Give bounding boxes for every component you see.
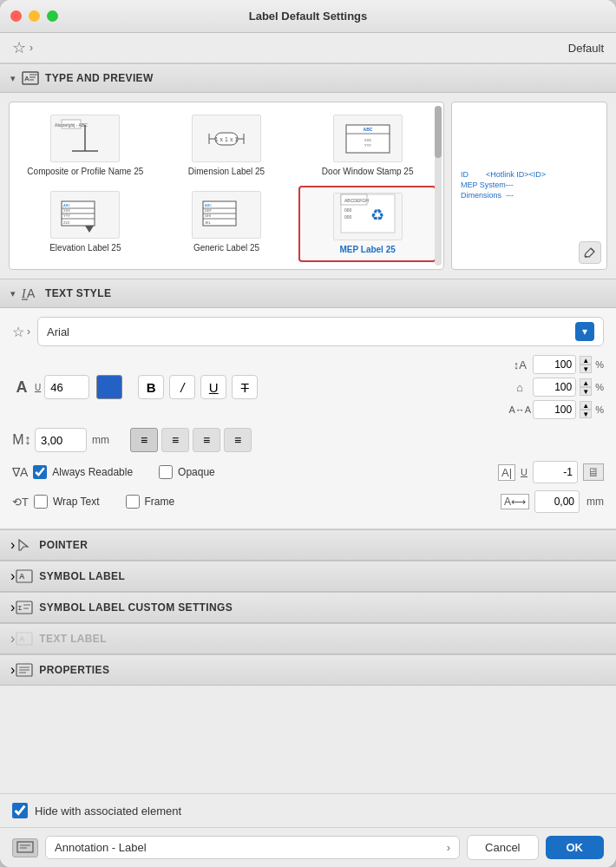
titlebar: Label Default Settings <box>0 0 616 33</box>
hide-with-element-label: Hide with associated element <box>35 805 181 818</box>
label-item-elevation[interactable]: ABC XXX YYY ZZZ Elevation Label 25 <box>16 186 154 262</box>
label-item-generic[interactable]: ABC DEF GHI JKL Generic Label 25 <box>158 186 296 262</box>
svg-text:ABC: ABC <box>205 203 212 207</box>
properties-section-icon <box>15 662 34 678</box>
annotation-dropdown[interactable]: Annotation - Label › <box>45 836 460 859</box>
spinner-2-down[interactable]: ▼ <box>580 387 592 396</box>
text-style-chevron-icon: ▾ <box>10 288 16 299</box>
properties-header[interactable]: › PROPERTIES <box>0 654 616 686</box>
grid-scrollbar-thumb[interactable] <box>435 106 442 158</box>
pointer-header[interactable]: › POINTER <box>0 529 616 561</box>
topbar-chevron-icon[interactable]: › <box>29 42 33 54</box>
offset-input[interactable] <box>533 461 578 483</box>
opaque-item: Opaque <box>159 465 215 479</box>
preview-pane: ID <Hotlink ID><ID> MEP System--- Dimens… <box>451 102 607 270</box>
spinner-1-up[interactable]: ▲ <box>580 356 592 365</box>
margin-input[interactable] <box>35 428 87 452</box>
frame-offset-input[interactable] <box>534 490 580 513</box>
svg-rect-60 <box>17 842 33 852</box>
bold-button[interactable]: B <box>138 375 164 399</box>
preview-edit-button[interactable] <box>579 241 601 264</box>
topbar-left: ☆ › <box>12 38 33 57</box>
font-chevron-icon[interactable]: › <box>27 325 30 338</box>
label-item-composite[interactable]: Abcdefghij - ABC Composite or Profile Na… <box>16 109 154 182</box>
window-controls <box>10 10 58 22</box>
hide-with-element-checkbox[interactable] <box>12 803 28 818</box>
spinner-1-down[interactable]: ▼ <box>580 365 592 373</box>
font-dropdown[interactable]: Arial ▾ <box>37 317 604 346</box>
maximize-button[interactable] <box>47 10 58 22</box>
slant-percent-icon: ⌂ <box>510 379 529 395</box>
favorite-star-icon[interactable]: ☆ <box>12 38 26 57</box>
percent-input-3[interactable] <box>533 400 576 419</box>
label-item-mep[interactable]: ABCDEFGH 000 000 ♻ MEP Label 25 <box>298 186 436 262</box>
spinner-1[interactable]: ▲ ▼ <box>580 356 592 373</box>
spinner-2[interactable]: ▲ ▼ <box>580 378 592 396</box>
margin-unit-label: mm <box>92 434 109 446</box>
percent-input-2[interactable] <box>533 378 576 397</box>
percent-label-2: % <box>595 382 604 392</box>
symbol-custom-header[interactable]: › Σ SYMBOL LABEL CUSTOM SETTINGS <box>0 592 616 623</box>
svg-text:YYY: YYY <box>364 143 371 148</box>
svg-text:A: A <box>19 572 25 581</box>
percent-row-2: ⌂ ▲ ▼ % <box>510 378 604 397</box>
label-thumb-dimension: 1 x 1 x 1 <box>192 115 261 162</box>
close-button[interactable] <box>10 10 22 22</box>
percent-row-1: ↕A ▲ ▼ % <box>510 355 604 374</box>
symbol-label-section-icon: A <box>15 568 34 584</box>
label-item-door-window[interactable]: ABC XXX YYY Door Window Stamp 25 <box>298 109 436 182</box>
properties-title: PROPERTIES <box>39 664 109 676</box>
always-readable-checkbox[interactable] <box>33 465 47 479</box>
svg-text:XXX: XXX <box>63 208 70 213</box>
cancel-button[interactable]: Cancel <box>467 835 538 860</box>
svg-text:A: A <box>19 634 25 643</box>
wrap-text-checkbox[interactable] <box>34 495 48 509</box>
label-thumb-composite: Abcdefghij - ABC <box>50 115 120 162</box>
align-center-button[interactable]: ≡ <box>161 428 189 452</box>
svg-text:000: 000 <box>344 207 352 213</box>
font-favorite: ☆ › <box>12 324 30 340</box>
ok-button[interactable]: OK <box>546 836 605 859</box>
font-size-group: A U <box>12 375 89 399</box>
text-style-header[interactable]: ▾ I A TEXT STYLE <box>0 279 616 308</box>
strikethrough-button[interactable]: T <box>232 375 258 399</box>
annotation-icon[interactable] <box>12 838 38 857</box>
font-size-input[interactable] <box>44 375 89 399</box>
font-color-swatch[interactable] <box>96 375 122 399</box>
minimize-button[interactable] <box>29 10 40 22</box>
opaque-checkbox[interactable] <box>159 465 173 479</box>
bottom-bar: Hide with associated element <box>0 793 616 827</box>
frame-checkbox[interactable] <box>126 495 140 509</box>
italic-button[interactable]: / <box>169 375 195 399</box>
label-thumb-door-window: ABC XXX YYY <box>333 115 403 162</box>
preview-line-2: MEP System--- <box>461 181 598 189</box>
align-justify-button[interactable]: ≡ <box>224 428 252 452</box>
svg-text:Σ: Σ <box>18 605 22 611</box>
default-label: Default <box>568 42 604 55</box>
align-left-button[interactable]: ≡ <box>130 428 158 452</box>
percent-row-3: A↔A ▲ ▼ % <box>510 400 604 419</box>
type-preview-header[interactable]: ▾ A TYPE AND PREVIEW <box>0 63 616 93</box>
always-readable-label: Always Readable <box>52 466 133 478</box>
annotation-label: Annotation - Label <box>55 841 147 854</box>
footer: Annotation - Label › Cancel OK <box>0 827 616 867</box>
label-name-dimension: Dimension Label 25 <box>188 166 265 177</box>
always-readable-icon: ∇A <box>12 465 28 479</box>
font-dropdown-arrow-icon: ▾ <box>575 322 594 341</box>
spacer <box>0 686 616 793</box>
svg-text:ABC: ABC <box>63 203 70 207</box>
symbol-label-header[interactable]: › A SYMBOL LABEL <box>0 561 616 592</box>
always-readable-item: ∇A Always Readable <box>12 465 133 479</box>
percent-input-1[interactable] <box>533 355 576 374</box>
spinner-3-down[interactable]: ▼ <box>580 410 592 418</box>
align-right-button[interactable]: ≡ <box>193 428 220 452</box>
underline-button[interactable]: U <box>200 375 226 399</box>
label-item-dimension[interactable]: 1 x 1 x 1 Dimension Label 25 <box>158 109 296 182</box>
opaque-label: Opaque <box>178 466 215 478</box>
spinner-2-up[interactable]: ▲ <box>580 378 592 387</box>
font-star-icon[interactable]: ☆ <box>12 324 24 340</box>
spinner-3-up[interactable]: ▲ <box>580 401 592 410</box>
label-thumb-generic: ABC DEF GHI JKL <box>192 191 261 239</box>
grid-scrollbar[interactable] <box>435 106 442 266</box>
spinner-3[interactable]: ▲ ▼ <box>580 401 592 418</box>
